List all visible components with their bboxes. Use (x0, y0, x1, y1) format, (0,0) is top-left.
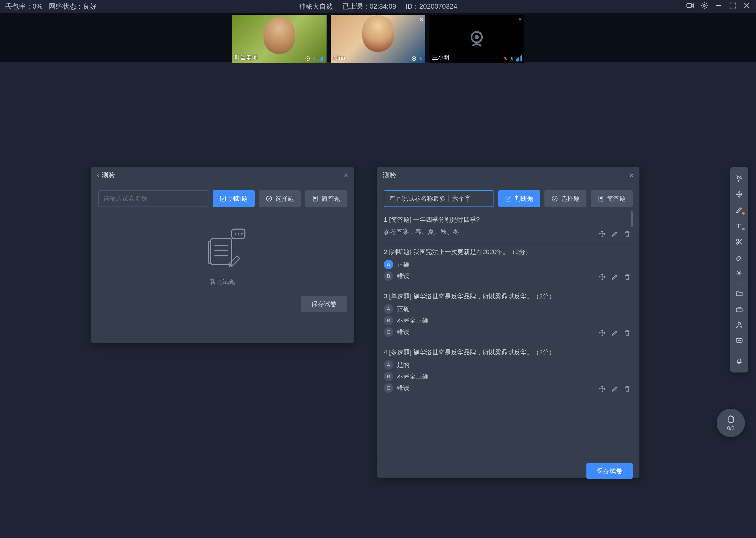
svg-point-27 (238, 233, 239, 235)
pen-tool[interactable] (730, 202, 748, 218)
save-quiz-button[interactable]: 保存试卷 (301, 296, 347, 312)
move-icon[interactable] (598, 385, 606, 393)
back-icon[interactable]: ‹ (97, 172, 99, 179)
question-title: 4 [多选题] 施华洛世奇是反华品牌，所以梁鼎琪反华。（2分） (384, 348, 631, 356)
quiz-name-input[interactable] (384, 190, 494, 207)
participant-name: 叮当老师 (235, 54, 258, 62)
scissors-tool[interactable] (730, 234, 748, 249)
volume-bars (318, 55, 324, 62)
question-item: 3 [单选题] 施华洛世奇是反华品牌，所以梁鼎琪反华。（2分）A正确B不完全正确… (384, 288, 631, 344)
svg-rect-38 (736, 308, 742, 312)
svg-point-28 (241, 233, 243, 235)
save-quiz-button[interactable]: 保存试卷 (587, 463, 633, 479)
option-row[interactable]: B不完全正确 (384, 316, 631, 325)
option-label: 正确 (397, 305, 631, 313)
move-icon[interactable] (598, 329, 606, 337)
option-letter: B (384, 372, 393, 381)
option-letter: B (384, 271, 393, 281)
settings-icon[interactable] (700, 2, 708, 11)
add-judge-button[interactable]: 判断题 (498, 190, 540, 207)
question-title: 3 [单选题] 施华洛世奇是反华品牌，所以梁鼎琪反华。（2分） (384, 292, 631, 300)
add-short-answer-button[interactable]: 简答题 (591, 190, 633, 207)
svg-point-42 (739, 340, 740, 341)
class-title: 神秘大自然 (299, 2, 333, 11)
text-tool[interactable]: T (730, 218, 748, 234)
eraser-tool[interactable] (730, 249, 748, 265)
option-row[interactable]: C错误 (384, 327, 631, 337)
mic-icon (418, 56, 423, 62)
question-actions (598, 329, 631, 337)
delete-icon[interactable] (624, 230, 631, 238)
svg-text:T: T (736, 223, 740, 229)
close-icon[interactable]: × (344, 171, 348, 180)
question-list: 1 [简答题] 一年四季分别是哪四季?参考答案：春、夏、秋、冬 2 [判断题] … (384, 211, 633, 453)
edit-icon[interactable] (611, 273, 618, 281)
edit-icon[interactable] (611, 230, 618, 238)
video-tile-student-2[interactable]: × 王小明 (429, 15, 524, 63)
move-icon[interactable] (598, 273, 606, 281)
user-tool[interactable] (730, 317, 748, 333)
option-row[interactable]: A正确 (384, 260, 631, 269)
volume-bars (516, 55, 522, 62)
chat-tool[interactable] (730, 333, 748, 349)
mic-muted-icon (503, 56, 508, 62)
minimize-icon[interactable] (715, 2, 722, 11)
maximize-icon[interactable] (729, 2, 736, 11)
delete-icon[interactable] (624, 385, 631, 393)
empty-text: 暂无试题 (98, 277, 347, 286)
svg-point-17 (266, 196, 272, 201)
add-judge-button[interactable]: 判断题 (213, 190, 255, 207)
reference-answer: 参考答案：春、夏、秋、冬 (384, 228, 598, 236)
folder-tool[interactable] (730, 286, 748, 301)
dismiss-tile-icon[interactable]: × (518, 16, 522, 23)
video-strip: 叮当老师 × Nina × 王小明 (0, 13, 756, 62)
panel-header: ‹ 测验 × (91, 167, 354, 184)
dismiss-tile-icon[interactable]: × (419, 16, 423, 23)
raise-hand-button[interactable]: 0/2 (717, 409, 745, 437)
mic-icon (509, 56, 514, 62)
option-label: 错误 (397, 272, 595, 280)
edit-icon[interactable] (611, 329, 618, 337)
record-icon[interactable] (686, 2, 694, 11)
top-bar: 丢包率：0% 网络状态：良好 神秘大自然 已上课：02:34:09 ID：202… (0, 0, 756, 13)
option-letter: C (384, 383, 393, 393)
video-tile-student-1[interactable]: × Nina (331, 15, 425, 63)
option-label: 是的 (397, 361, 631, 369)
video-tile-teacher[interactable]: 叮当老师 (232, 15, 327, 63)
option-row[interactable]: C错误 (384, 383, 631, 393)
question-title: 2 [判断题] 我国宪法上一次更新是在2020年。（2分） (384, 248, 631, 256)
panel-header: 测验 × (377, 167, 639, 184)
edit-icon[interactable] (611, 385, 618, 393)
add-choice-button[interactable]: 选择题 (259, 190, 301, 207)
close-icon[interactable]: × (630, 171, 634, 180)
cursor-tool[interactable] (730, 171, 748, 187)
add-choice-button[interactable]: 选择题 (544, 190, 587, 207)
camera-icon (411, 56, 417, 62)
bell-tool[interactable] (730, 353, 748, 369)
option-row[interactable]: B错误 (384, 271, 631, 281)
svg-point-9 (413, 58, 415, 59)
option-row[interactable]: B不完全正确 (384, 372, 631, 381)
move-tool[interactable] (730, 187, 748, 202)
add-short-answer-button[interactable]: 简答题 (305, 190, 347, 207)
scrollbar-thumb[interactable] (631, 211, 633, 227)
participant-name: 王小明 (432, 54, 449, 62)
question-item: 1 [简答题] 一年四季分别是哪四季?参考答案：春、夏、秋、冬 (384, 211, 631, 243)
svg-point-12 (475, 35, 479, 39)
move-icon[interactable] (598, 230, 606, 238)
toolbox-tool[interactable] (730, 301, 748, 317)
delete-icon[interactable] (624, 329, 631, 337)
laser-tool[interactable] (730, 265, 748, 281)
option-row[interactable]: A正确 (384, 304, 631, 314)
top-right-controls (686, 2, 751, 11)
quiz-name-input[interactable] (98, 190, 209, 207)
option-label: 错误 (397, 328, 595, 336)
option-letter: C (384, 327, 393, 337)
close-icon[interactable] (743, 2, 751, 11)
hand-count: 0/2 (727, 425, 734, 431)
svg-point-43 (740, 340, 741, 341)
option-row[interactable]: A是的 (384, 360, 631, 370)
delete-icon[interactable] (624, 273, 631, 281)
quiz-panel-filled: 测验 × 判断题 选择题 简答题 1 [简答题] 一年四季分别是哪四季?参考答案… (377, 167, 639, 478)
svg-rect-10 (420, 57, 422, 59)
